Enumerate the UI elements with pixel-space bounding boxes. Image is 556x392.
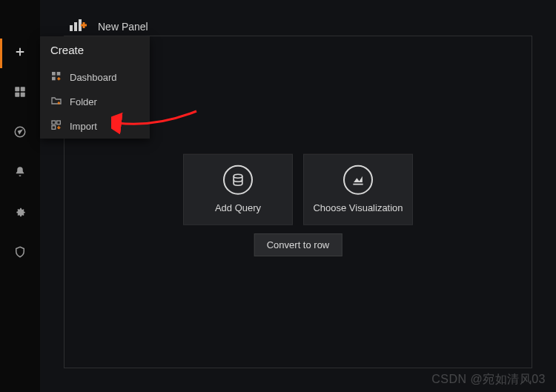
panel-bars-icon: [70, 19, 89, 34]
flyout-item-import[interactable]: Import: [40, 114, 150, 139]
svg-rect-10: [52, 72, 56, 76]
sidebar-item-create[interactable]: [0, 41, 40, 65]
sidebar-item-admin[interactable]: [0, 242, 40, 265]
choose-visualization-card[interactable]: Choose Visualization: [303, 153, 413, 225]
flyout-item-label: Dashboard: [70, 72, 117, 83]
svg-rect-11: [52, 77, 56, 81]
sidebar-item-configuration[interactable]: [0, 202, 40, 225]
gear-icon: [13, 205, 27, 222]
chart-icon: [343, 165, 373, 195]
svg-marker-5: [19, 130, 22, 134]
flyout-item-label: Folder: [70, 96, 97, 107]
choose-visualization-label: Choose Visualization: [313, 202, 403, 213]
compass-icon: [13, 125, 27, 142]
sidebar-item-alerting[interactable]: [0, 162, 40, 185]
flyout-item-dashboard[interactable]: Dashboard: [40, 65, 150, 90]
flyout-item-folder[interactable]: Folder: [40, 90, 150, 114]
folder-add-icon: [50, 95, 62, 109]
add-query-card[interactable]: Add Query: [183, 153, 293, 225]
create-flyout: Create Dashboard Folder Import: [40, 36, 150, 139]
svg-rect-0: [15, 87, 19, 91]
svg-rect-8: [74, 22, 77, 31]
svg-rect-7: [70, 25, 73, 31]
convert-to-row-button[interactable]: Convert to row: [254, 233, 342, 256]
svg-rect-2: [15, 93, 19, 97]
import-icon: [50, 119, 62, 133]
create-flyout-header: Create: [40, 36, 150, 65]
svg-rect-14: [52, 126, 56, 130]
sidebar-nav: [0, 0, 40, 392]
sidebar-item-dashboards[interactable]: [0, 82, 40, 105]
flyout-item-label: Import: [70, 121, 97, 132]
add-query-label: Add Query: [215, 202, 261, 213]
shield-icon: [13, 245, 27, 262]
svg-point-6: [234, 174, 242, 178]
sidebar-item-explore[interactable]: [0, 122, 40, 145]
convert-row: Convert to row: [254, 233, 342, 256]
svg-rect-3: [21, 93, 25, 97]
panel-title: New Panel: [98, 21, 148, 33]
svg-rect-15: [57, 121, 61, 124]
panel-header[interactable]: New Panel: [70, 19, 148, 34]
panel-options: Add Query Choose Visualization: [183, 153, 413, 225]
watermark: CSDN @宛如清风03: [431, 372, 546, 388]
dashboard-add-icon: [50, 70, 62, 84]
database-icon: [223, 165, 253, 195]
svg-rect-1: [21, 87, 25, 91]
grid-icon: [13, 85, 27, 102]
svg-rect-13: [52, 121, 56, 124]
plus-icon: [13, 45, 27, 62]
bell-icon: [13, 165, 27, 182]
svg-rect-12: [57, 72, 61, 76]
